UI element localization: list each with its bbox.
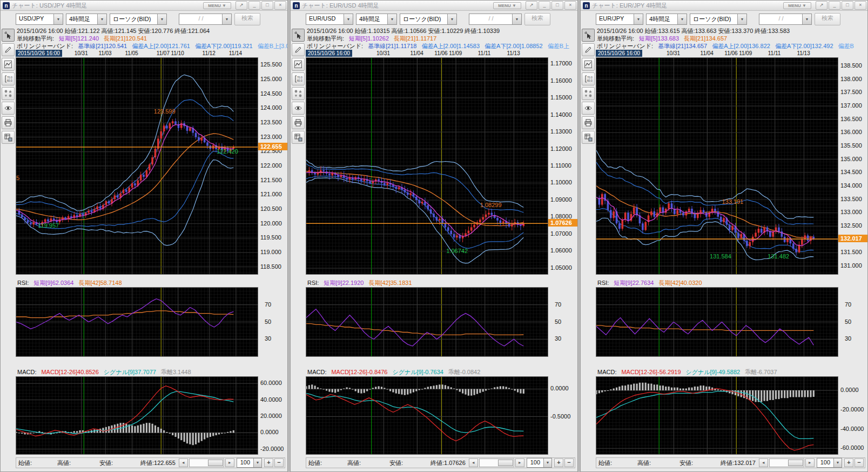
visibility-tool[interactable] [2, 102, 15, 115]
chevron-down-icon[interactable]: ▼ [53, 14, 63, 24]
print-tool[interactable] [2, 116, 15, 129]
minimize-button[interactable]: _ [539, 1, 550, 10]
menu-button[interactable]: MENU ▼ [493, 2, 521, 9]
chevron-down-icon[interactable]: ▼ [447, 14, 456, 24]
rsi-chart[interactable] [306, 287, 548, 357]
pair-select[interactable]: USD/JPY▼ [16, 14, 63, 25]
popout-button[interactable]: ↗ [816, 1, 827, 10]
save-settings-tool[interactable] [2, 131, 15, 144]
candlestick-chart[interactable]: 1.082991.06742 [306, 57, 548, 275]
candlestick-chart[interactable]: 133.191131.584131.482 [596, 57, 838, 275]
chart-scrollbar[interactable] [769, 458, 804, 467]
chevron-down-icon[interactable]: ▼ [634, 14, 643, 24]
search-button[interactable]: 検索 [524, 13, 550, 25]
close-button[interactable]: × [854, 1, 866, 10]
pencil-tool[interactable] [2, 43, 15, 56]
scale-settings-tool[interactable]: 70.060.0 [582, 72, 595, 85]
chart-mode-tool[interactable] [2, 58, 15, 71]
scale-settings-tool[interactable]: 70.060.0 [292, 72, 305, 85]
date-input[interactable]: / /▼ [179, 14, 232, 25]
zoom-in-button[interactable]: + [264, 458, 273, 467]
bars-count-select[interactable]: 100▼ [817, 458, 842, 468]
chevron-down-icon[interactable]: ▼ [253, 458, 261, 467]
menu-button[interactable]: MENU ▼ [783, 2, 811, 9]
macd-chart[interactable] [306, 376, 548, 455]
pencil-tool[interactable] [292, 43, 305, 56]
zoom-in-button[interactable]: + [554, 458, 563, 467]
symbols-tool[interactable] [582, 87, 595, 100]
menu-button[interactable]: MENU ▼ [203, 2, 231, 9]
scale-settings-tool[interactable]: 70.060.0 [2, 72, 15, 85]
chart-annotation: 122.420 [217, 148, 238, 155]
popout-button[interactable]: ↗ [526, 1, 537, 10]
close-button[interactable]: × [564, 1, 576, 10]
chevron-down-icon[interactable]: ▼ [543, 458, 551, 467]
pointer-tool[interactable] [582, 29, 595, 42]
symbols-tool[interactable] [292, 87, 305, 100]
pointer-tool[interactable] [292, 29, 305, 42]
chevron-down-icon[interactable]: ▼ [387, 14, 396, 24]
scroll-right-button[interactable]: ► [805, 458, 815, 467]
timeframe-select[interactable]: 4時間足▼ [646, 14, 687, 25]
chart-mode-tool[interactable] [292, 58, 305, 71]
chart-scrollbar[interactable] [479, 458, 514, 467]
print-tool[interactable] [582, 116, 595, 129]
chart-scrollbar[interactable] [189, 458, 224, 467]
scrollbar-thumb[interactable] [208, 460, 223, 466]
scroll-right-button[interactable]: ► [515, 458, 524, 467]
date-input[interactable]: / /▼ [469, 14, 522, 25]
charttype-select[interactable]: ローソク(BID)▼ [690, 14, 747, 25]
pointer-tool[interactable] [2, 29, 15, 42]
scroll-left-button[interactable]: ◄ [179, 458, 188, 467]
close-button[interactable]: × [274, 1, 286, 10]
rsi-chart[interactable] [596, 287, 838, 357]
timeframe-select[interactable]: 4時間足▼ [356, 14, 397, 25]
chevron-down-icon[interactable]: ▼ [833, 458, 842, 467]
chevron-down-icon[interactable]: ▼ [677, 14, 687, 24]
chart-mode-tool[interactable] [582, 58, 595, 71]
chevron-down-icon[interactable]: ▼ [97, 14, 106, 24]
chevron-down-icon[interactable]: ▼ [344, 14, 353, 24]
bars-count-select[interactable]: 100▼ [527, 458, 552, 468]
minimize-button[interactable]: _ [248, 1, 260, 10]
print-tool[interactable] [292, 116, 305, 129]
chevron-down-icon[interactable]: ▼ [157, 14, 166, 24]
candlestick-chart[interactable]: 123.599122.420119.9575 [16, 57, 258, 275]
zoom-in-button[interactable]: + [844, 458, 853, 467]
popout-button[interactable]: ↗ [235, 1, 247, 10]
search-button[interactable]: 検索 [234, 13, 260, 25]
pair-select[interactable]: EUR/USD▼ [306, 14, 353, 25]
scroll-right-button[interactable]: ► [225, 458, 234, 467]
pencil-tool[interactable] [582, 43, 595, 56]
minimize-button[interactable]: _ [829, 1, 840, 10]
save-settings-tool[interactable] [292, 131, 305, 144]
timeframe-select[interactable]: 4時間足▼ [66, 14, 107, 25]
chevron-down-icon[interactable]: ▼ [222, 14, 231, 24]
search-button[interactable]: 検索 [815, 13, 840, 25]
chevron-down-icon[interactable]: ▼ [512, 14, 521, 24]
date-input[interactable]: / /▼ [759, 14, 812, 25]
scroll-left-button[interactable]: ◄ [759, 458, 768, 467]
maximize-button[interactable]: □ [261, 1, 273, 10]
maximize-button[interactable]: □ [842, 1, 853, 10]
chevron-down-icon[interactable]: ▼ [737, 14, 746, 24]
chevron-down-icon[interactable]: ▼ [802, 14, 811, 24]
scrollbar-thumb[interactable] [498, 460, 513, 466]
rsi-chart[interactable] [16, 287, 258, 357]
visibility-tool[interactable] [582, 102, 595, 115]
maximize-button[interactable]: □ [551, 1, 563, 10]
save-settings-tool[interactable] [582, 131, 595, 144]
visibility-tool[interactable] [292, 102, 305, 115]
macd-chart[interactable] [16, 376, 258, 455]
scrollbar-thumb[interactable] [788, 460, 803, 466]
macd-chart[interactable] [596, 376, 838, 455]
bars-count-select[interactable]: 100▼ [237, 458, 262, 468]
zoom-out-button[interactable]: − [564, 458, 574, 467]
zoom-out-button[interactable]: − [274, 458, 284, 467]
charttype-select[interactable]: ローソク(BID)▼ [400, 14, 457, 25]
charttype-select[interactable]: ローソク(BID)▼ [110, 14, 167, 25]
symbols-tool[interactable] [2, 87, 15, 100]
zoom-out-button[interactable]: − [854, 458, 864, 467]
scroll-left-button[interactable]: ◄ [469, 458, 478, 467]
pair-select[interactable]: EUR/JPY▼ [596, 14, 643, 25]
